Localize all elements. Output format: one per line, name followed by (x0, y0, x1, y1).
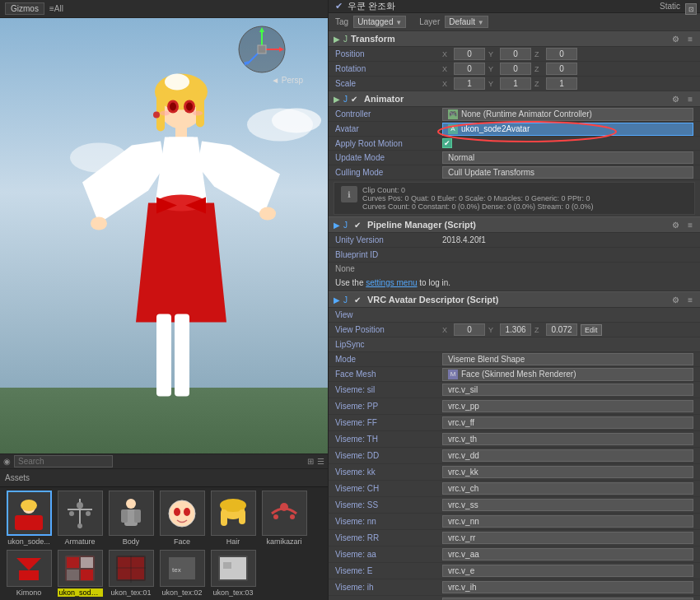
asset-thumb-kamikazari (262, 491, 307, 536)
settings-link[interactable]: settings menu (366, 278, 417, 287)
asset-item-ukon-tex01[interactable]: ukon_tex:01 (107, 550, 155, 597)
viseme-value-7[interactable]: vrc.v_ss (442, 499, 693, 511)
viseme-value-10[interactable]: vrc.v_aa (442, 548, 693, 560)
asset-item-ukon-tex[interactable]: ukon_sode... (56, 550, 104, 597)
viseme-value-12[interactable]: vrc.v_ih (442, 581, 693, 593)
animator-section-header[interactable]: ▶ J ✔ Animator ⚙ ≡ (329, 91, 700, 107)
gizmos-button[interactable]: Gizmos (5, 2, 44, 15)
viseme-row-9: Viseme: RR vrc.v_rr (329, 530, 700, 547)
edit-button[interactable]: Edit (581, 324, 602, 336)
transform-section-header[interactable]: ▶ J Transform ⚙ ≡ (329, 31, 700, 47)
asset-item-kamikazari[interactable]: kamikazari (260, 491, 308, 547)
viseme-value-3[interactable]: vrc.v_th (442, 433, 693, 445)
rot-x-group: X 0 (442, 63, 485, 75)
asset-item-kimono[interactable]: Kimono (5, 550, 53, 597)
pos-z-input[interactable]: 0 (546, 48, 577, 60)
controller-field[interactable]: 🎮 None (Runtime Animator Controller) (442, 108, 693, 121)
viseme-label-10: Viseme: aa (335, 550, 442, 559)
svg-rect-66 (81, 570, 93, 580)
vp-y-input[interactable]: 1.306 (500, 323, 531, 336)
pos-z-label: Z (534, 50, 544, 58)
asset-item-armature[interactable]: Armature (56, 491, 104, 547)
viseme-value-6[interactable]: vrc.v_ch (442, 482, 693, 495)
transform-options-btn[interactable]: ⚙ (670, 35, 682, 44)
gizmo-widget (237, 25, 287, 74)
transform-icon: ▶ (334, 35, 340, 44)
avatar-icon: A (448, 124, 458, 134)
inspector-title: 우쿤 완조화 (348, 0, 655, 12)
viseme-value-5[interactable]: vrc.v_kk (442, 466, 693, 478)
asset-item-hair[interactable]: Hair (209, 491, 257, 547)
pipeline-menu-btn[interactable]: ≡ (685, 221, 695, 230)
culling-mode-field[interactable]: Cull Update Transforms (442, 166, 693, 179)
vp-x-label: X (442, 326, 452, 334)
viseme-row-7: Viseme: SS vrc.v_ss (329, 497, 700, 514)
view-position-values: X 0 Y 1.306 Z 0.072 Edit (442, 323, 693, 336)
viseme-row-10: Viseme: aa vrc.v_aa (329, 547, 700, 563)
scale-y-input[interactable]: 1 (500, 77, 531, 90)
viseme-label-11: Viseme: E (335, 566, 442, 575)
vp-z-input[interactable]: 0.072 (546, 323, 577, 336)
asset-item-ukon-tex03[interactable]: ukon_tex:03 (209, 550, 257, 597)
viseme-value-2[interactable]: vrc.v_ff (442, 416, 693, 429)
vrc-section-header[interactable]: ▶ J ✔ VRC Avatar Descriptor (Script) ⚙ ≡ (329, 291, 700, 308)
pos-y-input[interactable]: 0 (500, 48, 531, 60)
svg-point-10 (170, 103, 176, 111)
vrc-options-btn[interactable]: ⚙ (670, 295, 682, 305)
svg-point-11 (186, 103, 193, 111)
pipeline-section-header[interactable]: ▶ J ✔ Pipeline Manager (Script) ⚙ ≡ (329, 216, 700, 233)
svg-rect-27 (175, 314, 189, 397)
viseme-value-8[interactable]: vrc.v_nn (442, 515, 693, 528)
face-mesh-field[interactable]: M Face (Skinned Mesh Renderer) (442, 368, 693, 381)
asset-item-ukon-tex02[interactable]: tex ukon_tex:02 (158, 550, 206, 597)
assets-panel: Assets ukon_sode... Armature (0, 468, 328, 600)
rot-y-input[interactable]: 0 (500, 63, 531, 75)
rot-z-input[interactable]: 0 (546, 63, 577, 75)
svg-rect-26 (156, 314, 171, 397)
scale-z-label: Z (534, 80, 544, 88)
pos-y-label: Y (488, 50, 498, 58)
transform-menu-btn[interactable]: ≡ (685, 35, 695, 44)
maximize-button[interactable]: ⊡ (685, 3, 697, 15)
animator-options-btn[interactable]: ⚙ (670, 95, 682, 104)
asset-thumb-ukon (7, 491, 52, 536)
viseme-value-4[interactable]: vrc.v_dd (442, 449, 693, 462)
viseme-value-9[interactable]: vrc.v_rr (442, 532, 693, 544)
scene-search-input[interactable] (14, 455, 113, 467)
scale-x-input[interactable]: 1 (454, 77, 485, 90)
tag-dropdown[interactable]: Untagged ▼ (353, 16, 406, 28)
vrc-menu-btn[interactable]: ≡ (685, 295, 695, 305)
asset-item-face[interactable]: Face (158, 491, 206, 547)
animator-info-box: ℹ Clip Count: 0 Curves Pos: 0 Quat: 0 Eu… (334, 182, 695, 215)
update-mode-field[interactable]: Normal (442, 151, 693, 164)
apply-root-checkbox[interactable]: ✔ (442, 138, 452, 148)
viseme-label-4: Viseme: DD (335, 451, 442, 460)
asset-item-ukon[interactable]: ukon_sode... (5, 491, 53, 547)
asset-thumb-armature (58, 491, 103, 536)
pipeline-options-btn[interactable]: ⚙ (670, 221, 682, 230)
viseme-row-3: Viseme: TH vrc.v_th (329, 431, 700, 448)
viseme-label-6: Viseme: CH (335, 484, 442, 493)
assets-toolbar: Assets (0, 469, 328, 487)
viseme-value-11[interactable]: vrc.v_e (442, 565, 693, 577)
svg-point-14 (153, 112, 160, 119)
rot-x-input[interactable]: 0 (454, 63, 485, 75)
vp-x-input[interactable]: 0 (454, 323, 485, 336)
scale-z-input[interactable]: 1 (546, 77, 577, 90)
asset-thumb-face (160, 491, 205, 536)
svg-marker-18 (136, 203, 226, 323)
viseme-value-0[interactable]: vrc.v_sil (442, 384, 693, 396)
pos-z-group: Z 0 (534, 48, 577, 60)
layer-dropdown[interactable]: Default ▼ (445, 16, 488, 28)
viseme-value-1[interactable]: vrc.v_pp (442, 400, 693, 412)
svg-point-13 (193, 111, 203, 116)
animator-menu-btn[interactable]: ≡ (685, 95, 695, 104)
viseme-label-1: Viseme: PP (335, 402, 442, 411)
asset-item-body[interactable]: Body (107, 491, 155, 547)
asset-thumb-body (109, 491, 154, 536)
culling-mode-label: Culling Mode (335, 168, 442, 177)
avatar-field[interactable]: A ukon_sode2Avatar (442, 123, 693, 136)
static-button[interactable]: Static (660, 2, 680, 11)
pos-x-input[interactable]: 0 (454, 48, 485, 60)
mode-dropdown[interactable]: Viseme Blend Shape (442, 353, 693, 365)
